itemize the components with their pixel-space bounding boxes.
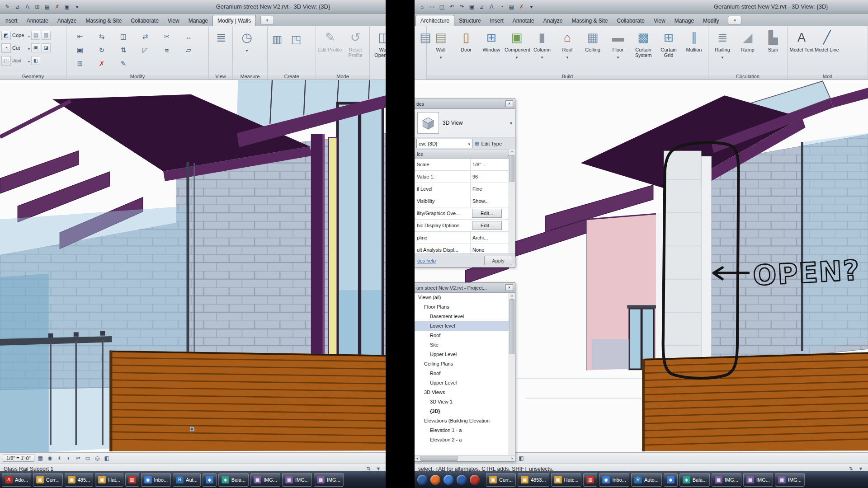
property-value[interactable]: 96 — [470, 171, 509, 183]
taskbar-button[interactable]: ▦ IMG... — [775, 473, 805, 487]
close-icon[interactable] — [505, 100, 513, 107]
isolate-icon[interactable]: ◧ — [103, 454, 111, 463]
extra-tool-icon[interactable]: ▥ — [42, 31, 51, 40]
wall-section-open[interactable] — [664, 151, 701, 368]
taskbar-button[interactable]: ◉ Inbo... — [599, 473, 629, 487]
ribbon-state-toggle-icon[interactable] — [260, 16, 274, 24]
mirror-axis-icon[interactable]: ⇄ — [135, 30, 156, 43]
close-hatch-icon[interactable]: ✗ — [517, 2, 526, 11]
palette-header[interactable]: ties — [415, 99, 515, 109]
scrollbar-thumb[interactable] — [509, 155, 514, 182]
thin-lines-button[interactable]: ≣ — [210, 28, 232, 46]
sheet-icon[interactable]: ▤ — [42, 2, 52, 11]
3d-view-icon[interactable]: ◔ — [497, 2, 506, 11]
build-tool-button[interactable]: ▯ Door — [453, 28, 479, 61]
extra-tool-icon[interactable]: ◪ — [42, 43, 51, 52]
glass-doors[interactable] — [338, 103, 383, 367]
crop-view-icon[interactable]: ✂ — [74, 454, 83, 463]
taskbar-button[interactable]: ▣ 485... — [65, 473, 94, 487]
geometry-tool[interactable]: ◔ Cut ▣ ◪ — [1, 42, 65, 53]
scroll-left-icon[interactable] — [415, 456, 420, 461]
ribbon-tab[interactable]: nsert — [1, 16, 22, 26]
model-tool-button[interactable]: A Model Text — [789, 28, 814, 52]
build-tool-button[interactable]: ⌂ Roof — [555, 28, 580, 61]
mirror-icon[interactable]: ◫ — [113, 30, 134, 43]
tree-item[interactable]: Elevation 1 - a — [415, 426, 509, 435]
delete-icon[interactable]: ✗ — [91, 57, 112, 70]
close-hatch-icon[interactable]: ✗ — [52, 2, 62, 11]
taskbar-button[interactable]: ◆ — [664, 473, 678, 487]
grid-icon[interactable]: ⊞ — [33, 2, 42, 11]
scrollbar-thumb[interactable] — [420, 456, 458, 461]
close-icon[interactable] — [505, 284, 513, 291]
print-icon[interactable]: ▣ — [62, 2, 72, 11]
tree-item[interactable]: {3D} — [415, 407, 509, 416]
mode-button[interactable]: ↺ Reset Profile — [343, 28, 368, 58]
align-icon[interactable]: ⇤ — [70, 30, 90, 43]
build-tool-button[interactable]: ▮ Column — [529, 28, 555, 61]
copy-icon[interactable]: ▣ — [70, 44, 90, 56]
array-icon[interactable]: ⇅ — [113, 44, 134, 56]
selection-point[interactable] — [190, 427, 194, 431]
taskbar-button[interactable]: ▦ IMG... — [250, 473, 280, 487]
view-selector-dropdown[interactable]: ew: {3D} — [416, 139, 472, 148]
rotate-icon[interactable]: ↻ — [91, 44, 112, 56]
taskbar-button[interactable]: ▣ Curr... — [33, 473, 63, 487]
build-tool-button[interactable]: ▦ Ceiling — [580, 28, 605, 61]
tree-item[interactable]: 3D Views — [415, 388, 509, 397]
visual-style-icon[interactable]: ◉ — [46, 454, 54, 463]
tree-item[interactable]: Floor Plans — [415, 302, 509, 312]
graphics-group-header[interactable]: ics — [415, 150, 515, 159]
taskbar-button[interactable]: ▥ — [583, 473, 597, 487]
taskbar-button[interactable]: ◆ — [203, 473, 217, 487]
tree-item[interactable]: Basement level — [415, 312, 509, 321]
taskbar-button[interactable]: ▣ Curr... — [486, 473, 516, 487]
build-tool-button[interactable]: ⊞ Window — [479, 28, 504, 61]
extra-tool-icon[interactable]: ◧ — [31, 56, 40, 65]
tree-item[interactable]: Site — [415, 340, 509, 350]
wood-fence[interactable] — [642, 352, 868, 451]
taskbar-button[interactable]: ▣ Hatc... — [551, 473, 582, 487]
scroll-up-icon[interactable] — [509, 293, 514, 298]
ribbon-tab[interactable]: Analyze — [53, 16, 81, 26]
text-icon[interactable]: A — [23, 2, 32, 11]
ribbon-tab[interactable]: View — [163, 16, 184, 26]
taskbar-button[interactable]: ◉ Inbo... — [141, 473, 171, 487]
palette-header[interactable]: um street New V2.rvt - Project... — [415, 283, 515, 293]
launcher-icon[interactable] — [417, 475, 427, 485]
wood-fence[interactable] — [109, 351, 386, 451]
circulation-tool-button[interactable]: ◢ Ramp — [735, 28, 760, 61]
offset-icon[interactable]: ⇆ — [91, 30, 112, 43]
scrollbar-thumb[interactable] — [509, 299, 514, 354]
ribbon-tab[interactable]: Modify | Walls — [212, 15, 256, 26]
taskbar-button[interactable]: ▦ IMG... — [743, 473, 773, 487]
circulation-tool-button[interactable]: ≣ Railing — [710, 28, 735, 61]
print-icon[interactable]: ▣ — [467, 2, 476, 11]
tree-item[interactable]: Elevations (Building Elevation — [415, 416, 509, 426]
edit-type-button[interactable]: Edit Type — [475, 141, 502, 146]
build-tool-button[interactable]: ▩ Curtain System — [631, 28, 656, 61]
build-tool-button[interactable]: ⊞ Curtain Grid — [656, 28, 681, 61]
taskbar-button[interactable]: R Aut... — [173, 473, 201, 487]
ribbon-tab[interactable]: Structure — [454, 16, 486, 26]
build-tool-button[interactable]: ▣ Component — [504, 28, 529, 61]
pin-icon[interactable]: ⊞ — [70, 57, 90, 70]
ribbon-tab[interactable]: Manage — [184, 16, 212, 26]
open-icon[interactable]: ▭ — [427, 2, 437, 11]
customize-qat-icon[interactable]: ▾ — [72, 2, 82, 11]
ribbon-tab[interactable]: Architecture — [415, 15, 454, 26]
split-icon[interactable]: ✂ — [156, 30, 177, 43]
ribbon-tab[interactable]: Collaborate — [126, 16, 163, 26]
browser-scrollbar[interactable] — [509, 293, 515, 455]
launcher-icon[interactable] — [430, 475, 440, 485]
taskbar-button[interactable]: ◈ Bala... — [679, 473, 710, 487]
ribbon-tab[interactable]: Massing & Site — [567, 16, 612, 26]
property-value[interactable]: Edit... — [472, 209, 502, 218]
property-value[interactable]: 1/8" ... — [470, 159, 509, 170]
ribbon-state-toggle-icon[interactable] — [728, 16, 741, 24]
ribbon-tab[interactable]: Manage — [670, 16, 698, 26]
property-value[interactable]: Fine — [470, 183, 509, 195]
mode-button[interactable]: ✎ Edit Profile — [317, 28, 343, 58]
ribbon-tab[interactable]: Insert — [486, 16, 508, 26]
properties-scrollbar[interactable] — [509, 149, 515, 253]
